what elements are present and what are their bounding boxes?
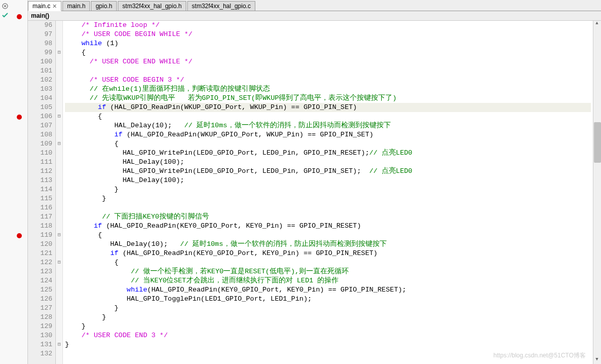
code-line[interactable]: /* USER CODE BEGIN WHILE */ [65,30,591,39]
line-number: 110 [31,149,52,158]
code-line[interactable]: // 在while(1)里面循环扫描，判断读取的按键引脚状态 [65,85,591,94]
fold-marker [56,276,62,285]
line-number: 102 [31,76,52,85]
code-line[interactable]: { [65,231,591,240]
code-line[interactable]: // 做一个松手检测，若KEY0一直是RESET(低电平),则一直在死循环 [65,267,591,276]
code-line[interactable]: } [65,194,591,203]
fold-marker [56,194,62,203]
code-line[interactable]: if (HAL_GPIO_ReadPin(WKUP_GPIO_Port, WKU… [65,103,591,112]
tab-gpio-h[interactable]: gpio.h [91,1,117,11]
line-number: 120 [31,240,52,249]
code-line[interactable]: } [65,185,591,194]
code-line[interactable]: HAL_Delay(10); // 延时10ms，做一个软件的消抖，防止因抖动而… [65,121,591,130]
code-line[interactable]: /* USER CODE END 3 */ [65,331,591,340]
code-line[interactable] [65,66,591,76]
code-line[interactable]: HAL_Delay(10); // 延时10ms，做一个软件的消抖，防止因抖动而… [65,240,591,249]
scroll-down-arrow[interactable]: ▼ [593,357,600,364]
line-number: 117 [31,212,52,222]
code-line[interactable]: } [65,313,591,322]
code-area[interactable]: /* Infinite loop */ /* USER CODE BEGIN W… [63,21,593,364]
fold-marker [56,30,62,39]
line-number: 127 [31,304,52,313]
line-number: 108 [31,130,52,139]
line-number: 116 [31,203,52,212]
fold-marker [56,322,62,331]
code-line[interactable]: HAL_GPIO_WritePin(LED0_GPIO_Port, LED0_P… [65,167,591,176]
line-number: 119 [31,231,52,240]
code-line[interactable]: if (HAL_GPIO_ReadPin(KEY0_GPIO_Port, KEY… [65,249,591,258]
fold-marker [56,331,62,340]
tab-label: main.h [67,3,85,10]
code-line[interactable]: /* Infinite loop */ [65,21,591,30]
code-line[interactable]: // 当KEY0位SET才会跳出，进而继续执行下面的对 LED1 的操作 [65,276,591,285]
line-number: 126 [31,295,52,304]
breadcrumb[interactable]: main() [28,11,601,21]
code-line[interactable]: } [65,304,591,313]
fold-marker [56,222,62,231]
tab-stm32f4xx_hal_gpio-c[interactable]: stm32f4xx_hal_gpio.c [187,1,255,11]
fold-marker[interactable]: ⊟ [56,231,62,240]
scrollbar-thumb[interactable] [594,122,601,163]
tab-label: gpio.h [95,3,112,10]
code-line[interactable] [65,349,591,358]
fold-marker [56,176,62,185]
fold-marker[interactable]: ⊟ [56,48,62,57]
fold-marker [56,76,62,85]
fold-marker[interactable]: ⊟ [56,139,62,149]
vertical-scrollbar[interactable]: ▲ ▼ [593,21,601,364]
code-line[interactable]: HAL_Delay(100); [65,158,591,167]
tab-main-c[interactable]: main.c✕ [28,1,61,11]
code-line[interactable]: HAL_GPIO_TogglePin(LED1_GPIO_Port, LED1_… [65,295,591,304]
fold-marker [56,94,62,103]
code-line[interactable]: HAL_GPIO_WritePin(LED0_GPIO_Port, LED0_P… [65,149,591,158]
line-number: 121 [31,249,52,258]
tab-label: stm32f4xx_hal_gpio.h [122,3,182,10]
tab-stm32f4xx_hal_gpio-h[interactable]: stm32f4xx_hal_gpio.h [118,1,186,11]
code-line[interactable]: // 下面扫描KEY0按键的引脚信号 [65,212,591,222]
check-icon[interactable] [1,11,9,19]
code-line[interactable]: { [65,258,591,267]
line-number: 98 [31,39,52,48]
fold-marker [56,304,62,313]
line-number: 118 [31,222,52,231]
code-line[interactable]: if (HAL_GPIO_ReadPin(WKUP_GPIO_Port, WKU… [65,130,591,139]
line-number: 113 [31,176,52,185]
scroll-up-arrow[interactable]: ▲ [593,21,600,28]
gear-icon[interactable] [1,2,9,10]
main-area: main.c✕main.hgpio.hstm32f4xx_hal_gpio.hs… [28,0,601,364]
code-line[interactable] [65,203,591,212]
code-line[interactable]: } [65,322,591,331]
code-line[interactable]: { [65,48,591,57]
marker-dot[interactable] [17,233,22,238]
marker-dot[interactable] [17,14,22,19]
line-number: 106 [31,112,52,121]
code-line[interactable]: while(HAL_GPIO_ReadPin(KEY0_GPIO_Port, K… [65,285,591,295]
line-number: 104 [31,94,52,103]
line-number: 109 [31,139,52,149]
fold-marker[interactable]: ⊟ [56,340,62,349]
editor: 9697989910010110210310410510610710810911… [28,21,601,364]
tab-label: main.c [32,3,50,10]
fold-marker [56,66,62,76]
fold-marker [56,39,62,48]
fold-marker[interactable]: ⊟ [56,258,62,267]
code-line[interactable]: if (HAL_GPIO_ReadPin(KEY0_GPIO_Port, KEY… [65,222,591,231]
code-line[interactable]: while (1) [65,39,591,48]
fold-marker [56,149,62,158]
code-line[interactable]: /* USER CODE BEGIN 3 */ [65,76,591,85]
tab-main-h[interactable]: main.h [62,1,90,11]
fold-marker[interactable]: ⊟ [56,112,62,121]
fold-marker [56,349,62,358]
code-line[interactable]: // 先读取WKUP引脚的电平 若为GPIO_PIN_SET(即WKUP得到了高… [65,94,591,103]
marker-dot[interactable] [17,115,22,120]
line-number: 132 [31,349,52,358]
line-number: 96 [31,21,52,30]
line-number: 107 [31,121,52,130]
code-line[interactable]: } [65,340,591,349]
code-line[interactable]: { [65,112,591,121]
code-line[interactable]: HAL_Delay(100); [65,176,591,185]
line-number: 97 [31,30,52,39]
close-icon[interactable]: ✕ [52,3,57,10]
code-line[interactable]: /* USER CODE END WHILE */ [65,57,591,66]
code-line[interactable]: { [65,139,591,149]
